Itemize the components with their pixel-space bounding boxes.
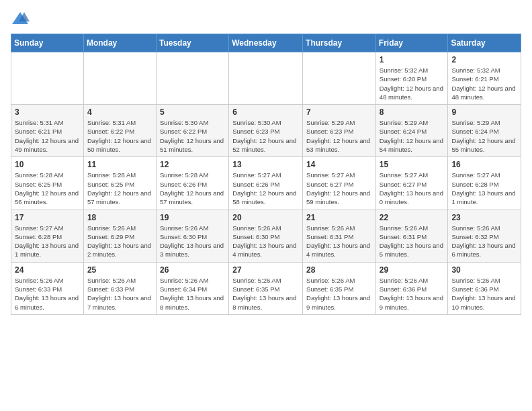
calendar-cell: 9Sunrise: 5:29 AM Sunset: 6:24 PM Daylig…	[448, 105, 521, 157]
day-info: Sunrise: 5:26 AM Sunset: 6:30 PM Dayligh…	[160, 224, 225, 259]
day-info: Sunrise: 5:29 AM Sunset: 6:24 PM Dayligh…	[451, 118, 517, 154]
day-number: 17	[15, 213, 80, 222]
day-number: 9	[451, 107, 517, 117]
calendar-week-2: 3Sunrise: 5:31 AM Sunset: 6:21 PM Daylig…	[11, 105, 521, 157]
day-info: Sunrise: 5:27 AM Sunset: 6:27 PM Dayligh…	[380, 171, 445, 206]
calendar-cell: 27Sunrise: 5:26 AM Sunset: 6:35 PM Dayli…	[229, 262, 303, 314]
day-number: 28	[306, 265, 372, 275]
day-info: Sunrise: 5:28 AM Sunset: 6:25 PM Dayligh…	[15, 171, 80, 206]
calendar-cell: 8Sunrise: 5:29 AM Sunset: 6:24 PM Daylig…	[375, 105, 448, 157]
calendar-cell: 3Sunrise: 5:31 AM Sunset: 6:21 PM Daylig…	[11, 105, 84, 157]
day-number: 21	[306, 213, 372, 222]
day-info: Sunrise: 5:29 AM Sunset: 6:23 PM Dayligh…	[306, 118, 372, 154]
day-info: Sunrise: 5:26 AM Sunset: 6:33 PM Dayligh…	[87, 276, 152, 312]
calendar-cell: 24Sunrise: 5:26 AM Sunset: 6:33 PM Dayli…	[11, 262, 84, 314]
calendar-week-4: 17Sunrise: 5:27 AM Sunset: 6:28 PM Dayli…	[11, 210, 521, 262]
day-number: 12	[160, 160, 225, 169]
day-header-saturday: Saturday	[448, 34, 521, 52]
day-info: Sunrise: 5:26 AM Sunset: 6:36 PM Dayligh…	[451, 276, 517, 312]
day-number: 29	[380, 265, 445, 275]
page-header	[11, 11, 521, 26]
calendar-table: SundayMondayTuesdayWednesdayThursdayFrid…	[11, 34, 521, 315]
calendar-cell	[156, 52, 228, 105]
calendar-cell: 1Sunrise: 5:32 AM Sunset: 6:20 PM Daylig…	[375, 52, 448, 105]
day-info: Sunrise: 5:26 AM Sunset: 6:35 PM Dayligh…	[306, 276, 372, 312]
day-number: 20	[232, 213, 299, 222]
calendar-cell: 15Sunrise: 5:27 AM Sunset: 6:27 PM Dayli…	[375, 157, 448, 210]
day-info: Sunrise: 5:27 AM Sunset: 6:28 PM Dayligh…	[15, 224, 80, 259]
day-number: 6	[232, 107, 299, 117]
calendar-cell: 28Sunrise: 5:26 AM Sunset: 6:35 PM Dayli…	[303, 262, 376, 314]
day-info: Sunrise: 5:26 AM Sunset: 6:31 PM Dayligh…	[380, 224, 445, 259]
day-number: 18	[87, 213, 152, 222]
calendar-cell: 19Sunrise: 5:26 AM Sunset: 6:30 PM Dayli…	[156, 210, 228, 262]
day-number: 30	[451, 265, 517, 275]
calendar-cell: 7Sunrise: 5:29 AM Sunset: 6:23 PM Daylig…	[303, 105, 376, 157]
day-info: Sunrise: 5:29 AM Sunset: 6:24 PM Dayligh…	[380, 118, 445, 154]
day-number: 10	[15, 160, 80, 169]
day-number: 4	[87, 107, 152, 117]
day-info: Sunrise: 5:26 AM Sunset: 6:35 PM Dayligh…	[232, 276, 299, 312]
calendar-week-3: 10Sunrise: 5:28 AM Sunset: 6:25 PM Dayli…	[11, 157, 521, 210]
day-info: Sunrise: 5:26 AM Sunset: 6:29 PM Dayligh…	[87, 224, 152, 259]
day-number: 27	[232, 265, 299, 275]
calendar-cell: 2Sunrise: 5:32 AM Sunset: 6:21 PM Daylig…	[448, 52, 521, 105]
day-number: 16	[451, 160, 517, 169]
day-info: Sunrise: 5:26 AM Sunset: 6:36 PM Dayligh…	[380, 276, 445, 312]
day-info: Sunrise: 5:30 AM Sunset: 6:22 PM Dayligh…	[160, 118, 225, 154]
calendar-cell: 13Sunrise: 5:27 AM Sunset: 6:26 PM Dayli…	[229, 157, 303, 210]
day-header-friday: Friday	[375, 34, 448, 52]
calendar-cell	[11, 52, 84, 105]
calendar-week-1: 1Sunrise: 5:32 AM Sunset: 6:20 PM Daylig…	[11, 52, 521, 105]
day-header-wednesday: Wednesday	[229, 34, 303, 52]
day-info: Sunrise: 5:26 AM Sunset: 6:31 PM Dayligh…	[306, 224, 372, 259]
day-number: 2	[451, 55, 517, 64]
calendar-cell: 25Sunrise: 5:26 AM Sunset: 6:33 PM Dayli…	[83, 262, 156, 314]
calendar-cell: 29Sunrise: 5:26 AM Sunset: 6:36 PM Dayli…	[375, 262, 448, 314]
day-number: 7	[306, 107, 372, 117]
day-number: 8	[380, 107, 445, 117]
calendar-cell: 26Sunrise: 5:26 AM Sunset: 6:34 PM Dayli…	[156, 262, 228, 314]
day-info: Sunrise: 5:28 AM Sunset: 6:25 PM Dayligh…	[87, 171, 152, 206]
calendar-cell: 10Sunrise: 5:28 AM Sunset: 6:25 PM Dayli…	[11, 157, 84, 210]
day-header-thursday: Thursday	[303, 34, 376, 52]
day-info: Sunrise: 5:28 AM Sunset: 6:26 PM Dayligh…	[160, 171, 225, 206]
calendar-cell: 22Sunrise: 5:26 AM Sunset: 6:31 PM Dayli…	[375, 210, 448, 262]
calendar-cell: 17Sunrise: 5:27 AM Sunset: 6:28 PM Dayli…	[11, 210, 84, 262]
day-info: Sunrise: 5:32 AM Sunset: 6:21 PM Dayligh…	[451, 66, 517, 101]
day-info: Sunrise: 5:32 AM Sunset: 6:20 PM Dayligh…	[380, 66, 445, 101]
calendar-cell: 5Sunrise: 5:30 AM Sunset: 6:22 PM Daylig…	[156, 105, 228, 157]
calendar-cell: 4Sunrise: 5:31 AM Sunset: 6:22 PM Daylig…	[83, 105, 156, 157]
day-number: 11	[87, 160, 152, 169]
day-info: Sunrise: 5:27 AM Sunset: 6:26 PM Dayligh…	[232, 171, 299, 206]
day-number: 24	[15, 265, 80, 275]
calendar-cell: 11Sunrise: 5:28 AM Sunset: 6:25 PM Dayli…	[83, 157, 156, 210]
calendar-cell	[303, 52, 376, 105]
day-info: Sunrise: 5:27 AM Sunset: 6:28 PM Dayligh…	[451, 171, 517, 206]
calendar-cell: 6Sunrise: 5:30 AM Sunset: 6:23 PM Daylig…	[229, 105, 303, 157]
calendar-cell: 12Sunrise: 5:28 AM Sunset: 6:26 PM Dayli…	[156, 157, 228, 210]
calendar-week-5: 24Sunrise: 5:26 AM Sunset: 6:33 PM Dayli…	[11, 262, 521, 314]
day-header-tuesday: Tuesday	[156, 34, 228, 52]
day-header-monday: Monday	[83, 34, 156, 52]
day-number: 3	[15, 107, 80, 117]
day-info: Sunrise: 5:26 AM Sunset: 6:33 PM Dayligh…	[15, 276, 80, 312]
logo-icon	[11, 11, 30, 26]
day-info: Sunrise: 5:27 AM Sunset: 6:27 PM Dayligh…	[306, 171, 372, 206]
day-number: 15	[380, 160, 445, 169]
day-number: 23	[451, 213, 517, 222]
day-info: Sunrise: 5:26 AM Sunset: 6:30 PM Dayligh…	[232, 224, 299, 259]
calendar-cell: 14Sunrise: 5:27 AM Sunset: 6:27 PM Dayli…	[303, 157, 376, 210]
calendar-cell: 18Sunrise: 5:26 AM Sunset: 6:29 PM Dayli…	[83, 210, 156, 262]
calendar-cell	[229, 52, 303, 105]
day-number: 26	[160, 265, 225, 275]
calendar-header-row: SundayMondayTuesdayWednesdayThursdayFrid…	[11, 34, 521, 52]
calendar-cell: 16Sunrise: 5:27 AM Sunset: 6:28 PM Dayli…	[448, 157, 521, 210]
day-info: Sunrise: 5:26 AM Sunset: 6:34 PM Dayligh…	[160, 276, 225, 312]
day-info: Sunrise: 5:26 AM Sunset: 6:32 PM Dayligh…	[451, 224, 517, 259]
day-number: 5	[160, 107, 225, 117]
day-info: Sunrise: 5:31 AM Sunset: 6:22 PM Dayligh…	[87, 118, 152, 154]
day-number: 19	[160, 213, 225, 222]
day-number: 22	[380, 213, 445, 222]
day-info: Sunrise: 5:30 AM Sunset: 6:23 PM Dayligh…	[232, 118, 299, 154]
